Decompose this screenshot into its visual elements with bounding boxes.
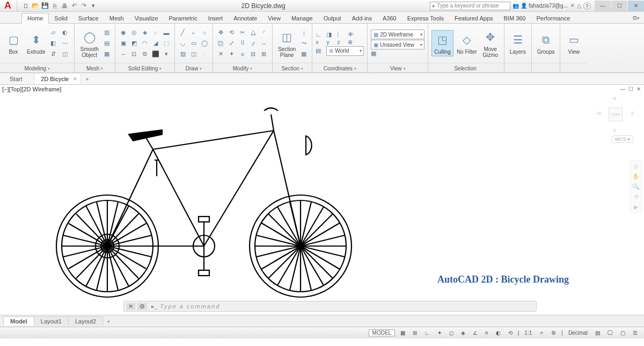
tab-a360[interactable]: A360 — [377, 13, 402, 23]
qat-saveas-icon[interactable]: ⎘ — [50, 2, 59, 10]
steering-wheel-icon[interactable]: ◎ — [631, 163, 641, 170]
status-cycling-icon[interactable]: ⟲ — [506, 330, 515, 336]
imprint-icon[interactable]: ⊡ — [129, 49, 139, 59]
point-icon[interactable]: · — [200, 49, 209, 59]
stretch-icon[interactable]: ↔ — [259, 39, 269, 48]
status-lweight-icon[interactable]: ≡ — [483, 330, 491, 336]
taper-face-icon[interactable]: ◩ — [129, 39, 139, 48]
ucs-z-icon[interactable]: z — [337, 39, 347, 46]
rotate-icon[interactable]: ⟲ — [227, 28, 237, 38]
close-button[interactable]: ✕ — [628, 1, 644, 11]
named-ucs-icon[interactable]: ▤ — [316, 47, 325, 54]
status-model-toggle[interactable]: MODEL — [369, 329, 396, 336]
panel-section-label[interactable]: Section — [273, 63, 312, 73]
panel-modify-label[interactable]: Modify — [213, 63, 272, 73]
view-manager-icon[interactable]: ▦ — [371, 50, 380, 57]
status-clean-icon[interactable]: ▢ — [618, 330, 627, 336]
ucs-y-icon[interactable]: y — [326, 39, 336, 46]
ellipse-icon[interactable]: ◯ — [200, 39, 209, 48]
revolve-icon[interactable]: ◐ — [60, 28, 70, 38]
more-modeling-icon[interactable]: ◫ — [60, 49, 70, 59]
trim-icon[interactable]: ✂ — [238, 28, 247, 38]
fillet-icon[interactable]: ◜ — [259, 28, 269, 38]
region-icon[interactable]: ◫ — [189, 49, 199, 59]
pan-icon[interactable]: ✋ — [631, 173, 641, 180]
arc-icon[interactable]: ◡ — [178, 39, 188, 48]
move-gizmo-button[interactable]: ✥Move Gizmo — [480, 28, 501, 59]
mesh-more-icon[interactable]: ▥ — [102, 28, 112, 38]
viewcube-top[interactable]: TOP — [609, 107, 623, 121]
status-units[interactable]: Decimal — [566, 330, 590, 336]
chamfer-edge-icon[interactable]: ◢ — [151, 39, 160, 48]
status-custom-icon[interactable]: ☰ — [631, 330, 640, 336]
shell-icon[interactable]: ⬚ — [162, 39, 171, 48]
wcs-dropdown[interactable]: WCS ▾ — [612, 135, 634, 143]
maximize-button[interactable]: ☐ — [611, 1, 627, 11]
scale-icon[interactable]: ⤢ — [227, 39, 237, 48]
tab-insert[interactable]: Insert — [203, 13, 229, 23]
panel-solid-editing-label[interactable]: Solid Editing — [115, 63, 174, 73]
visual-style-combo[interactable]: ▦2D Wireframe — [371, 30, 425, 39]
nofilter-button[interactable]: ◇No Filter — [455, 31, 479, 56]
add-layout-button[interactable]: + — [103, 317, 114, 326]
tab-surface[interactable]: Surface — [73, 13, 104, 23]
subtract-icon[interactable]: ◎ — [129, 28, 139, 38]
sweep-icon[interactable]: 〰 — [60, 39, 70, 48]
status-otrack-icon[interactable]: ∠ — [471, 330, 480, 336]
fillet-edge-icon[interactable]: ◠ — [140, 39, 150, 48]
array-icon[interactable]: ⠿ — [238, 39, 247, 48]
polyline-icon[interactable]: ⌐ — [189, 28, 199, 38]
ucs-combo[interactable]: ⊕World — [326, 46, 364, 56]
vp-maximize-icon[interactable]: ☐ — [628, 86, 633, 92]
layout-tab-2[interactable]: Layout2 — [68, 316, 103, 326]
tab-mesh[interactable]: Mesh — [104, 13, 129, 23]
live-section-icon[interactable]: ⟊ — [299, 28, 309, 38]
ucs-icon[interactable]: ∟ — [316, 31, 325, 38]
tab-home[interactable]: Home — [21, 13, 49, 24]
tab-parametric[interactable]: Parametric — [163, 13, 202, 23]
hatch-icon[interactable]: ▨ — [178, 49, 188, 59]
ucs-3point-icon[interactable]: ⁝ — [337, 31, 347, 38]
new-tab-button[interactable]: + — [81, 75, 93, 83]
signin-button[interactable]: 👥 👤 fahadzia73@g... — [513, 3, 568, 9]
status-snap-icon[interactable]: ⊞ — [411, 330, 419, 336]
exchange-icon[interactable]: ✕ — [570, 2, 575, 9]
add-jog-icon[interactable]: ⤳ — [299, 39, 309, 48]
orbit-icon[interactable]: ⟲ — [631, 193, 641, 200]
tab-view[interactable]: View — [262, 13, 286, 23]
qat-new-icon[interactable]: 🗋 — [21, 2, 30, 10]
named-view-combo[interactable]: ▣Unsaved View — [371, 40, 425, 49]
tab-addins[interactable]: Add-ins — [347, 13, 377, 23]
command-line[interactable]: ✕ ⚙ ▸_ Type a command — [123, 301, 537, 312]
loft-icon[interactable]: ◧ — [48, 39, 58, 48]
panel-mesh-label[interactable]: Mesh — [75, 63, 114, 73]
circle-icon[interactable]: ○ — [200, 28, 209, 38]
vp-minimize-icon[interactable]: — — [620, 86, 625, 92]
slice-icon[interactable]: ⟋ — [151, 28, 160, 38]
qat-print-icon[interactable]: 🖶 — [60, 2, 69, 10]
panel-view-label[interactable]: View — [368, 63, 428, 73]
qat-undo-icon[interactable]: ↶ — [70, 2, 78, 10]
box-button[interactable]: ▢Box — [3, 31, 24, 56]
culling-button[interactable]: ◳Culling — [431, 30, 453, 56]
file-tab-start[interactable]: Start — [3, 74, 34, 84]
thicken-icon[interactable]: ▬ — [162, 28, 171, 38]
line-icon[interactable]: ╱ — [178, 28, 188, 38]
view-button[interactable]: ▭View — [564, 31, 584, 56]
move-icon[interactable]: ✥ — [216, 28, 226, 38]
close-tab-icon[interactable]: ✕ — [73, 76, 77, 82]
generate-section-icon[interactable]: ▦ — [299, 49, 309, 59]
section-plane-button[interactable]: ◫Section Plane — [276, 28, 298, 59]
polysolid-icon[interactable]: ▱ — [48, 28, 58, 38]
mesh-refine-icon[interactable]: ▦ — [102, 49, 112, 59]
panel-coordinates-label[interactable]: Coordinates — [312, 63, 367, 73]
ucs-origin-icon[interactable]: ⊕ — [348, 39, 357, 46]
separate-icon[interactable]: ⧉ — [140, 49, 150, 59]
showmotion-icon[interactable]: ▶ — [631, 204, 641, 211]
file-tab-drawing[interactable]: 2D Bicycle✕ — [34, 74, 81, 84]
ucs-x-icon[interactable]: x — [316, 39, 325, 46]
presspull-icon[interactable]: ⇵ — [48, 49, 58, 59]
copy-icon[interactable]: ⿻ — [216, 39, 226, 48]
status-3dosnap-icon[interactable]: ◈ — [459, 330, 467, 336]
tab-annotate[interactable]: Annotate — [228, 13, 262, 23]
